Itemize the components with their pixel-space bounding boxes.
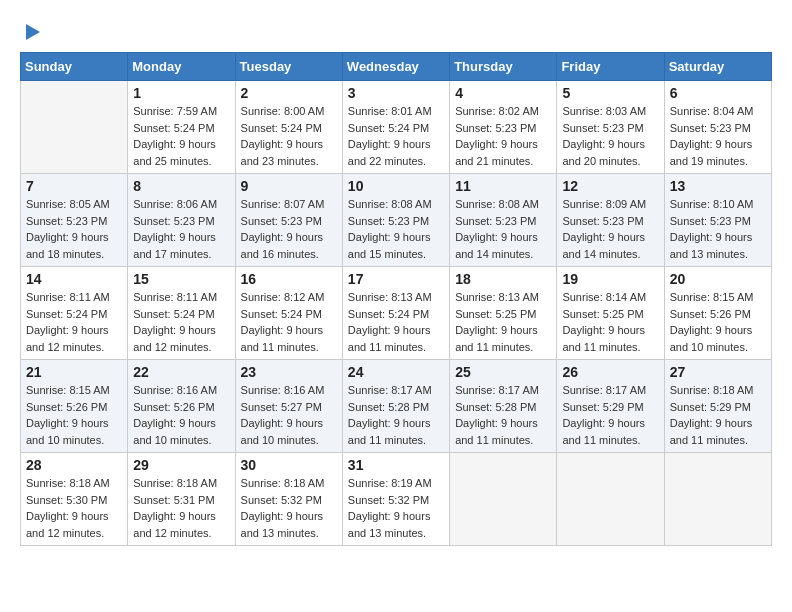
- day-number: 5: [562, 85, 658, 101]
- calendar-cell: [21, 81, 128, 174]
- calendar-cell: 12Sunrise: 8:09 AMSunset: 5:23 PMDayligh…: [557, 174, 664, 267]
- day-info: Sunrise: 8:19 AMSunset: 5:32 PMDaylight:…: [348, 475, 444, 541]
- day-info: Sunrise: 8:10 AMSunset: 5:23 PMDaylight:…: [670, 196, 766, 262]
- day-info: Sunrise: 8:17 AMSunset: 5:28 PMDaylight:…: [348, 382, 444, 448]
- header-cell-wednesday: Wednesday: [342, 53, 449, 81]
- day-number: 8: [133, 178, 229, 194]
- day-number: 16: [241, 271, 337, 287]
- calendar-cell: 17Sunrise: 8:13 AMSunset: 5:24 PMDayligh…: [342, 267, 449, 360]
- calendar-week-row: 14Sunrise: 8:11 AMSunset: 5:24 PMDayligh…: [21, 267, 772, 360]
- day-info: Sunrise: 8:12 AMSunset: 5:24 PMDaylight:…: [241, 289, 337, 355]
- page-header: [20, 20, 772, 42]
- svg-marker-0: [26, 24, 40, 40]
- day-info: Sunrise: 8:13 AMSunset: 5:25 PMDaylight:…: [455, 289, 551, 355]
- calendar-cell: [450, 453, 557, 546]
- logo: [20, 20, 44, 42]
- header-cell-monday: Monday: [128, 53, 235, 81]
- header-cell-friday: Friday: [557, 53, 664, 81]
- day-info: Sunrise: 8:16 AMSunset: 5:27 PMDaylight:…: [241, 382, 337, 448]
- calendar-cell: 4Sunrise: 8:02 AMSunset: 5:23 PMDaylight…: [450, 81, 557, 174]
- day-number: 3: [348, 85, 444, 101]
- day-number: 11: [455, 178, 551, 194]
- day-number: 15: [133, 271, 229, 287]
- day-info: Sunrise: 8:00 AMSunset: 5:24 PMDaylight:…: [241, 103, 337, 169]
- day-number: 19: [562, 271, 658, 287]
- day-info: Sunrise: 8:04 AMSunset: 5:23 PMDaylight:…: [670, 103, 766, 169]
- calendar-cell: 30Sunrise: 8:18 AMSunset: 5:32 PMDayligh…: [235, 453, 342, 546]
- calendar-cell: 21Sunrise: 8:15 AMSunset: 5:26 PMDayligh…: [21, 360, 128, 453]
- calendar-cell: 13Sunrise: 8:10 AMSunset: 5:23 PMDayligh…: [664, 174, 771, 267]
- day-number: 27: [670, 364, 766, 380]
- day-info: Sunrise: 8:05 AMSunset: 5:23 PMDaylight:…: [26, 196, 122, 262]
- calendar-cell: 24Sunrise: 8:17 AMSunset: 5:28 PMDayligh…: [342, 360, 449, 453]
- day-number: 20: [670, 271, 766, 287]
- calendar-cell: 16Sunrise: 8:12 AMSunset: 5:24 PMDayligh…: [235, 267, 342, 360]
- day-info: Sunrise: 8:18 AMSunset: 5:32 PMDaylight:…: [241, 475, 337, 541]
- calendar-table: SundayMondayTuesdayWednesdayThursdayFrid…: [20, 52, 772, 546]
- calendar-cell: 6Sunrise: 8:04 AMSunset: 5:23 PMDaylight…: [664, 81, 771, 174]
- logo-text: [20, 20, 44, 44]
- day-info: Sunrise: 8:01 AMSunset: 5:24 PMDaylight:…: [348, 103, 444, 169]
- day-number: 22: [133, 364, 229, 380]
- day-info: Sunrise: 8:02 AMSunset: 5:23 PMDaylight:…: [455, 103, 551, 169]
- day-info: Sunrise: 7:59 AMSunset: 5:24 PMDaylight:…: [133, 103, 229, 169]
- day-number: 26: [562, 364, 658, 380]
- calendar-cell: [664, 453, 771, 546]
- header-cell-sunday: Sunday: [21, 53, 128, 81]
- calendar-week-row: 7Sunrise: 8:05 AMSunset: 5:23 PMDaylight…: [21, 174, 772, 267]
- day-number: 10: [348, 178, 444, 194]
- day-info: Sunrise: 8:06 AMSunset: 5:23 PMDaylight:…: [133, 196, 229, 262]
- header-cell-saturday: Saturday: [664, 53, 771, 81]
- day-info: Sunrise: 8:07 AMSunset: 5:23 PMDaylight:…: [241, 196, 337, 262]
- day-info: Sunrise: 8:03 AMSunset: 5:23 PMDaylight:…: [562, 103, 658, 169]
- day-number: 18: [455, 271, 551, 287]
- header-cell-tuesday: Tuesday: [235, 53, 342, 81]
- day-number: 23: [241, 364, 337, 380]
- day-info: Sunrise: 8:18 AMSunset: 5:31 PMDaylight:…: [133, 475, 229, 541]
- calendar-cell: 10Sunrise: 8:08 AMSunset: 5:23 PMDayligh…: [342, 174, 449, 267]
- calendar-week-row: 28Sunrise: 8:18 AMSunset: 5:30 PMDayligh…: [21, 453, 772, 546]
- day-info: Sunrise: 8:15 AMSunset: 5:26 PMDaylight:…: [670, 289, 766, 355]
- calendar-header-row: SundayMondayTuesdayWednesdayThursdayFrid…: [21, 53, 772, 81]
- day-info: Sunrise: 8:13 AMSunset: 5:24 PMDaylight:…: [348, 289, 444, 355]
- calendar-week-row: 21Sunrise: 8:15 AMSunset: 5:26 PMDayligh…: [21, 360, 772, 453]
- day-info: Sunrise: 8:15 AMSunset: 5:26 PMDaylight:…: [26, 382, 122, 448]
- calendar-cell: 2Sunrise: 8:00 AMSunset: 5:24 PMDaylight…: [235, 81, 342, 174]
- calendar-cell: 22Sunrise: 8:16 AMSunset: 5:26 PMDayligh…: [128, 360, 235, 453]
- day-number: 14: [26, 271, 122, 287]
- day-number: 17: [348, 271, 444, 287]
- day-info: Sunrise: 8:17 AMSunset: 5:29 PMDaylight:…: [562, 382, 658, 448]
- calendar-cell: 27Sunrise: 8:18 AMSunset: 5:29 PMDayligh…: [664, 360, 771, 453]
- calendar-cell: 7Sunrise: 8:05 AMSunset: 5:23 PMDaylight…: [21, 174, 128, 267]
- day-number: 25: [455, 364, 551, 380]
- day-number: 1: [133, 85, 229, 101]
- day-number: 12: [562, 178, 658, 194]
- calendar-cell: 28Sunrise: 8:18 AMSunset: 5:30 PMDayligh…: [21, 453, 128, 546]
- day-number: 24: [348, 364, 444, 380]
- calendar-cell: 26Sunrise: 8:17 AMSunset: 5:29 PMDayligh…: [557, 360, 664, 453]
- calendar-cell: 29Sunrise: 8:18 AMSunset: 5:31 PMDayligh…: [128, 453, 235, 546]
- day-number: 29: [133, 457, 229, 473]
- calendar-cell: 31Sunrise: 8:19 AMSunset: 5:32 PMDayligh…: [342, 453, 449, 546]
- day-number: 7: [26, 178, 122, 194]
- day-number: 2: [241, 85, 337, 101]
- calendar-cell: 14Sunrise: 8:11 AMSunset: 5:24 PMDayligh…: [21, 267, 128, 360]
- day-info: Sunrise: 8:11 AMSunset: 5:24 PMDaylight:…: [133, 289, 229, 355]
- day-info: Sunrise: 8:08 AMSunset: 5:23 PMDaylight:…: [455, 196, 551, 262]
- day-number: 4: [455, 85, 551, 101]
- calendar-cell: 1Sunrise: 7:59 AMSunset: 5:24 PMDaylight…: [128, 81, 235, 174]
- calendar-cell: 11Sunrise: 8:08 AMSunset: 5:23 PMDayligh…: [450, 174, 557, 267]
- day-info: Sunrise: 8:08 AMSunset: 5:23 PMDaylight:…: [348, 196, 444, 262]
- day-info: Sunrise: 8:14 AMSunset: 5:25 PMDaylight:…: [562, 289, 658, 355]
- calendar-cell: 15Sunrise: 8:11 AMSunset: 5:24 PMDayligh…: [128, 267, 235, 360]
- calendar-cell: 3Sunrise: 8:01 AMSunset: 5:24 PMDaylight…: [342, 81, 449, 174]
- header-cell-thursday: Thursday: [450, 53, 557, 81]
- calendar-cell: 8Sunrise: 8:06 AMSunset: 5:23 PMDaylight…: [128, 174, 235, 267]
- calendar-cell: 18Sunrise: 8:13 AMSunset: 5:25 PMDayligh…: [450, 267, 557, 360]
- day-number: 31: [348, 457, 444, 473]
- day-info: Sunrise: 8:18 AMSunset: 5:30 PMDaylight:…: [26, 475, 122, 541]
- day-info: Sunrise: 8:09 AMSunset: 5:23 PMDaylight:…: [562, 196, 658, 262]
- day-number: 13: [670, 178, 766, 194]
- calendar-cell: 20Sunrise: 8:15 AMSunset: 5:26 PMDayligh…: [664, 267, 771, 360]
- day-info: Sunrise: 8:11 AMSunset: 5:24 PMDaylight:…: [26, 289, 122, 355]
